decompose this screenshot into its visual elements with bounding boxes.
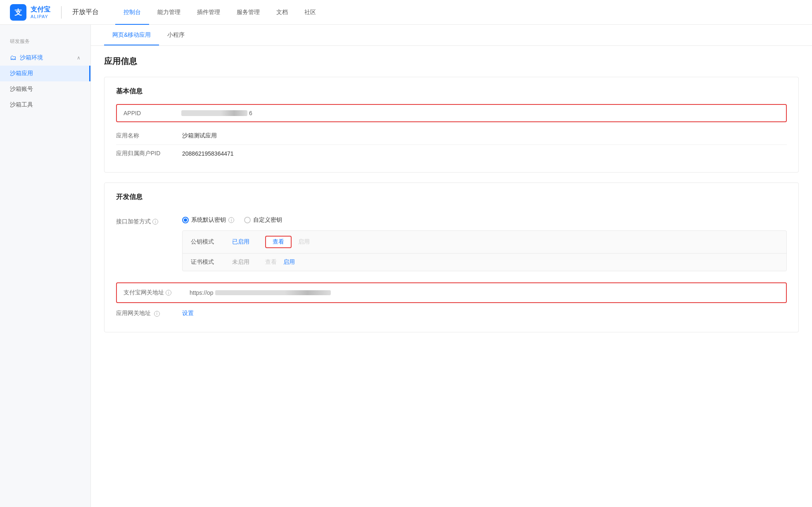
sandbox-env-icon: 🗂 [10,54,17,62]
public-key-actions: 查看 启用 [265,236,310,248]
basic-info-title: 基本信息 [116,87,787,96]
nav-item-docs[interactable]: 文档 [268,0,296,25]
appid-blur-part [181,110,247,116]
key-table-wrapper: 公钥模式 已启用 查看 启用 证书模式 [182,230,787,271]
radio-label-custom: 自定义密钥 [253,216,282,224]
appid-value: 6 [181,110,252,116]
app-name-value: 沙箱测试应用 [182,132,787,140]
sidebar-item-sandbox-tool[interactable]: 沙箱工具 [0,97,90,113]
nav-item-plugin[interactable]: 插件管理 [189,0,228,25]
gateway-info-icon[interactable]: i [166,290,171,296]
merchant-pid-label: 应用归属商户PID [116,150,182,157]
radio-row: 系统默认密钥 i 自定义密钥 [182,216,787,224]
app-gateway-action: 设置 [182,310,787,317]
nav-menu: 控制台 能力管理 插件管理 服务管理 文档 社区 [115,0,802,25]
cert-key-name: 证书模式 [191,258,232,266]
app-gateway-label: 应用网关地址 i [116,310,182,317]
appid-label: APPID [123,110,181,116]
public-key-name: 公钥模式 [191,238,232,246]
radio-circle-custom [244,217,251,223]
sandbox-app-label: 沙箱应用 [10,70,33,77]
logo-text: 支付宝 ALIPAY [31,5,50,19]
sign-options: 系统默认密钥 i 自定义密钥 [182,216,787,272]
basic-info-card: 基本信息 APPID 6 应用名称 沙箱测试应用 应用归属商户PID [104,77,799,173]
sandbox-account-label: 沙箱账号 [10,85,33,93]
cert-key-actions: 查看 启用 [265,258,295,266]
main-content: 网页&移动应用 小程序 应用信息 基本信息 APPID 6 应用名称 [91,25,812,507]
gateway-label: 支付宝网关地址 i [123,289,190,296]
page-title: 应用信息 [104,56,799,67]
logo-area: 支 支付宝 ALIPAY 开放平台 [10,4,99,21]
app-gateway-info-icon[interactable]: i [154,311,160,317]
alipay-logo-icon: 支 [10,4,26,21]
gateway-prefix: https://op [190,289,214,296]
dev-info-card: 开发信息 接口加签方式 i 系统默认密钥 i [104,182,799,332]
app-gateway-set-link[interactable]: 设置 [182,310,194,316]
gateway-blur [215,290,331,295]
sub-tab-mini[interactable]: 小程序 [159,25,193,45]
page-content: 应用信息 基本信息 APPID 6 应用名称 沙箱测试应用 [91,46,812,352]
cert-key-enable-button[interactable]: 启用 [283,258,295,266]
top-nav: 支 支付宝 ALIPAY 开放平台 控制台 能力管理 插件管理 服务管理 文档 … [0,0,812,25]
key-row-public: 公钥模式 已启用 查看 启用 [183,231,786,254]
sub-nav: 网页&移动应用 小程序 [91,25,812,46]
key-mode-table: 公钥模式 已启用 查看 启用 证书模式 [182,230,787,271]
app-name-row: 应用名称 沙箱测试应用 [116,127,787,145]
logo-platform: 开放平台 [72,8,99,17]
sub-tab-web-mobile[interactable]: 网页&移动应用 [104,25,159,45]
app-gateway-row: 应用网关地址 i 设置 [116,303,787,322]
app-name-label: 应用名称 [116,132,182,140]
sandbox-tool-label: 沙箱工具 [10,101,33,109]
merchant-pid-value: 2088621958364471 [182,150,787,157]
public-key-status: 已启用 [232,238,265,246]
sidebar: 研发服务 🗂 沙箱环境 ∧ 沙箱应用 沙箱账号 沙箱工具 [0,25,91,507]
nav-item-service[interactable]: 服务管理 [228,0,268,25]
nav-item-control[interactable]: 控制台 [115,0,149,25]
sandbox-env-label: 沙箱环境 [20,54,43,62]
sidebar-item-sandbox-app[interactable]: 沙箱应用 [0,66,90,81]
public-key-view-button[interactable]: 查看 [265,236,292,248]
logo-sub: ALIPAY [31,14,50,19]
cert-key-view-button: 查看 [265,258,277,266]
gateway-value: https://op [190,289,779,296]
sidebar-arrow-up: ∧ [77,55,81,61]
sign-method-label: 接口加签方式 i [116,216,182,225]
cert-key-status: 未启用 [232,258,265,266]
dev-info-title: 开发信息 [116,193,787,201]
radio-label-system: 系统默认密钥 [191,216,226,224]
sidebar-section-label: 研发服务 [0,35,90,48]
nav-item-ability[interactable]: 能力管理 [149,0,189,25]
key-row-cert: 证书模式 未启用 查看 启用 [183,254,786,271]
sidebar-item-sandbox-env[interactable]: 🗂 沙箱环境 ∧ [0,50,90,66]
gateway-row: 支付宝网关地址 i https://op [116,282,787,303]
system-key-info-icon[interactable]: i [228,217,234,223]
radio-circle-system [182,217,189,223]
appid-suffix: 6 [249,110,252,116]
layout: 研发服务 🗂 沙箱环境 ∧ 沙箱应用 沙箱账号 沙箱工具 网页&移动应用 小程序… [0,25,812,507]
sign-info-icon[interactable]: i [152,219,158,225]
logo-divider [61,6,62,19]
appid-row: APPID 6 [116,104,787,122]
sign-method-row: 接口加签方式 i 系统默认密钥 i [116,210,787,279]
radio-system-key[interactable]: 系统默认密钥 i [182,216,234,224]
logo-name: 支付宝 [31,5,50,14]
nav-item-community[interactable]: 社区 [296,0,324,25]
radio-custom-key[interactable]: 自定义密钥 [244,216,282,224]
merchant-pid-row: 应用归属商户PID 2088621958364471 [116,145,787,162]
sidebar-item-sandbox-account[interactable]: 沙箱账号 [0,81,90,97]
public-key-enable-button: 启用 [298,238,310,246]
